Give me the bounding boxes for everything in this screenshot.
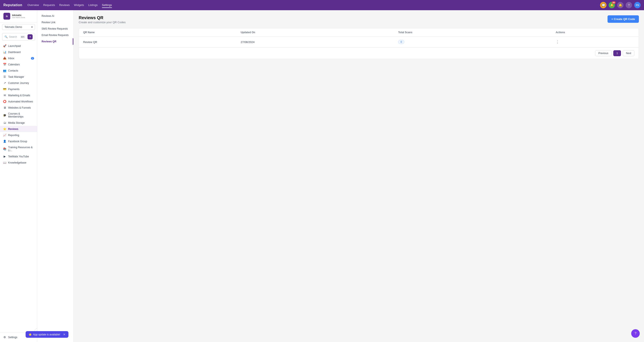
sidebar-item-marketing[interactable]: ✉ Marketing & Emails: [0, 92, 37, 98]
sub-sidebar-item-sms-review[interactable]: SMS Review Requests: [37, 25, 73, 32]
launchpad-icon: 🚀: [3, 44, 6, 47]
app-body: tk tekmatix Get More Done Tekmatix Demo …: [0, 10, 644, 342]
qr-name-cell: Review QR: [83, 40, 241, 44]
media-icon: 🗂: [3, 121, 6, 124]
sidebar-item-reporting[interactable]: 📈 Reporting: [0, 132, 37, 138]
table-row: Review QR 27/08/2024 0 ⋮: [79, 37, 639, 47]
sidebar-item-label: Media Storage: [8, 121, 25, 124]
sub-sidebar-item-review-link[interactable]: Review Link: [37, 19, 73, 25]
courses-icon: 🎓: [3, 114, 6, 117]
banner-close-button[interactable]: ✕: [63, 333, 66, 336]
sub-sidebar-label: Email Review Requests: [42, 34, 69, 37]
sidebar-item-websites[interactable]: 🖥 Websites & Funnels: [0, 105, 37, 111]
nav-link-listings[interactable]: Listings: [88, 2, 98, 8]
sub-sidebar-item-reviews-qr[interactable]: Reviews QR: [37, 38, 73, 45]
page-subtitle: Create and customize your QR Codes: [79, 21, 126, 24]
inbox-icon: 📥: [3, 57, 6, 60]
help-fab-icon: ?: [634, 332, 636, 336]
sidebar-nav: 🚀 Launchpad 📊 Dashboard 📥 Inbox 4 📅 Cale…: [0, 42, 37, 332]
sidebar-item-label: Contacts: [8, 69, 18, 72]
top-navigation: Reputation Overview Requests Reviews Wid…: [0, 0, 644, 10]
chat-icon-btn[interactable]: 💬: [600, 2, 606, 8]
account-selector[interactable]: Tekmatix Demo ▾: [2, 24, 35, 30]
account-name: Tekmatix Demo: [4, 25, 22, 28]
qr-table-container: QR Name Updated On Total Scans Actions R…: [79, 28, 639, 59]
notifications-icon-btn[interactable]: 🔔 99: [608, 2, 615, 8]
sidebar-item-dashboard[interactable]: 📊 Dashboard: [0, 49, 37, 55]
next-button[interactable]: Next: [623, 50, 634, 56]
nav-link-overview[interactable]: Overview: [28, 2, 39, 8]
sidebar-item-workflows[interactable]: ⭕ Automated Workflows: [0, 98, 37, 105]
page-header: Reviews QR Create and customize your QR …: [79, 15, 639, 24]
search-placeholder: Search: [9, 35, 17, 38]
nav-link-requests[interactable]: Requests: [43, 2, 55, 8]
sidebar-item-calendars[interactable]: 📅 Calendars: [0, 61, 37, 67]
sidebar-item-contacts[interactable]: 👥 Contacts: [0, 67, 37, 74]
sidebar-item-customer-journey[interactable]: ↗ Customer Journey: [0, 80, 37, 86]
pagination: Previous 1 Next: [79, 47, 639, 59]
sidebar-item-launchpad[interactable]: 🚀 Launchpad: [0, 43, 37, 49]
sidebar-item-reviews[interactable]: ⭐ Reviews: [0, 126, 37, 132]
help-icon: ?: [628, 3, 630, 7]
sidebar-item-media[interactable]: 🗂 Media Storage: [0, 120, 37, 126]
sidebar-item-label: Automated Workflows: [8, 100, 33, 103]
brand-name: Reputation: [4, 3, 22, 7]
banner-emoji: ⭐: [28, 333, 32, 336]
sub-sidebar-item-email-review[interactable]: Email Review Requests: [37, 32, 73, 38]
sidebar-logo: tk tekmatix Get More Done: [0, 10, 37, 22]
sidebar-item-payments[interactable]: 💳 Payments: [0, 86, 37, 92]
sidebar-item-training[interactable]: 📚 Training Resources & Li...: [0, 144, 37, 153]
sidebar-item-label: Payments: [8, 88, 20, 91]
logo-text: tekmatix: [12, 14, 25, 16]
sidebar-item-task-manager[interactable]: ☰ Task Manager: [0, 74, 37, 80]
sidebar-item-label: Dashboard: [8, 51, 21, 54]
chat-icon: 💬: [602, 3, 605, 7]
sidebar-item-courses[interactable]: 🎓 Courses & Memberships: [0, 111, 37, 120]
user-avatar[interactable]: FS: [634, 2, 640, 8]
sidebar-item-label: Websites & Funnels: [8, 106, 31, 109]
nav-link-settings[interactable]: Settings: [102, 2, 112, 8]
sidebar: tk tekmatix Get More Done Tekmatix Demo …: [0, 10, 37, 342]
sidebar-item-knowledgebase[interactable]: 📖 Knowledgebase: [0, 160, 37, 166]
create-qr-code-button[interactable]: + Create QR Code: [608, 15, 639, 23]
training-icon: 📚: [3, 147, 6, 151]
sidebar-item-label: Task Manager: [8, 75, 24, 78]
nav-links: Overview Requests Reviews Widgets Listin…: [28, 2, 595, 8]
sub-sidebar-label: Review Link: [42, 21, 56, 24]
youtube-icon: ▶: [3, 155, 6, 158]
table-header: QR Name Updated On Total Scans Actions: [79, 28, 639, 37]
facebook-group-icon: 👤: [3, 140, 6, 143]
sidebar-item-label: Customer Journey: [8, 82, 29, 85]
banner-text: App update is available!: [33, 333, 60, 336]
row-actions-menu[interactable]: ⋮: [556, 40, 560, 44]
ai-button[interactable]: ✦: [28, 34, 33, 39]
nav-link-widgets[interactable]: Widgets: [74, 2, 84, 8]
col-total-scans: Total Scans: [398, 31, 556, 34]
calendars-icon: 📅: [3, 63, 6, 66]
bell-icon-btn[interactable]: 🔔: [617, 2, 624, 8]
search-bar[interactable]: 🔍 Search ⌘K ✦: [2, 33, 35, 41]
sidebar-item-facebook-group[interactable]: 👤 Facebook Group: [0, 138, 37, 144]
sidebar-item-youtube[interactable]: ▶ TekMatix YouTube: [0, 153, 37, 160]
sub-sidebar-label: Reviews AI: [42, 14, 54, 17]
nav-link-reviews[interactable]: Reviews: [59, 2, 70, 8]
marketing-icon: ✉: [3, 94, 6, 97]
sidebar-item-inbox[interactable]: 📥 Inbox 4: [0, 55, 37, 61]
payments-icon: 💳: [3, 88, 6, 91]
top-nav-actions: 💬 🔔 99 🔔 ? FS: [600, 2, 640, 8]
previous-button[interactable]: Previous: [595, 50, 612, 56]
scan-count-badge: 0: [398, 40, 404, 44]
sidebar-item-label: Marketing & Emails: [8, 94, 30, 97]
help-icon-btn[interactable]: ?: [626, 2, 632, 8]
reviews-icon: ⭐: [3, 127, 6, 131]
search-shortcut: ⌘K: [20, 35, 26, 38]
customer-journey-icon: ↗: [3, 81, 6, 85]
help-fab-button[interactable]: ?: [631, 329, 640, 338]
bell-icon: 🔔: [618, 3, 622, 7]
websites-icon: 🖥: [3, 106, 6, 109]
sidebar-item-label: Launchpad: [8, 44, 21, 47]
notifications-icon: 🔔: [610, 3, 614, 7]
sub-sidebar-item-reviews-ai[interactable]: Reviews AI: [37, 13, 73, 19]
page-number-1[interactable]: 1: [613, 50, 621, 56]
notification-badge: 99: [612, 1, 616, 4]
